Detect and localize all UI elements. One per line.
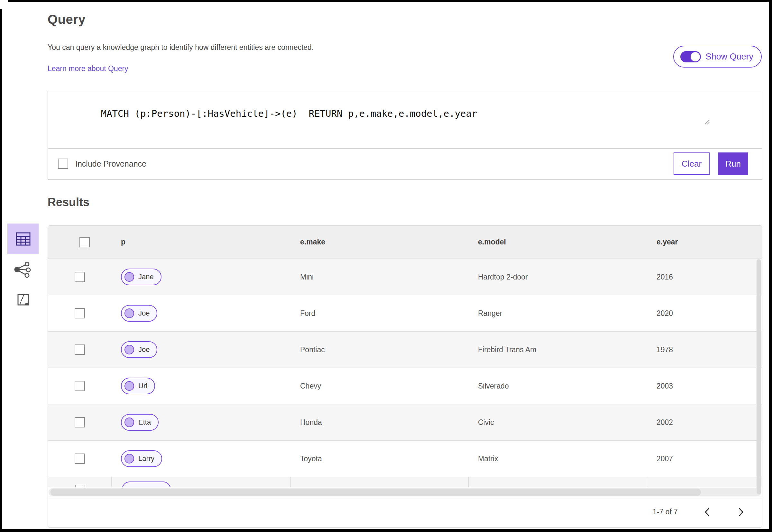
entity-pill[interactable]: Etta xyxy=(121,414,159,431)
entity-pill[interactable]: Jane xyxy=(121,269,161,285)
table-row-partial xyxy=(48,477,762,487)
pagination-bar: 1-7 of 7 xyxy=(48,497,762,527)
query-editor-panel: MATCH (p:Person)-[:HasVehicle]->(e) RETU… xyxy=(48,91,762,179)
cell-year: 1978 xyxy=(647,345,762,354)
column-header-make[interactable]: e.make xyxy=(290,238,468,246)
entity-node-icon xyxy=(124,345,134,354)
row-checkbox[interactable] xyxy=(75,454,85,464)
results-title: Results xyxy=(48,196,89,209)
cell-make: Mini xyxy=(290,273,468,281)
table-row: Uri Chevy Silverado 2003 xyxy=(48,368,762,404)
cell-model: Silverado xyxy=(468,382,647,390)
entity-node-icon xyxy=(124,381,134,391)
include-provenance-label: Include Provenance xyxy=(75,159,146,169)
toggle-switch-icon[interactable] xyxy=(680,51,701,62)
row-checkbox[interactable] xyxy=(75,344,85,355)
screenshot-frame xyxy=(0,9,2,532)
cell-model: Matrix xyxy=(468,454,647,463)
next-page-button[interactable] xyxy=(736,507,746,517)
show-query-toggle[interactable]: Show Query xyxy=(673,46,762,68)
include-provenance-checkbox[interactable] xyxy=(58,159,68,169)
row-checkbox[interactable] xyxy=(75,381,85,391)
table-row: Jane Mini Hardtop 2-door 2016 xyxy=(48,259,762,295)
cell-year: 2016 xyxy=(647,273,762,281)
cell-year: 2020 xyxy=(647,309,762,318)
entity-pill[interactable]: Joe xyxy=(121,305,157,322)
select-all-checkbox[interactable] xyxy=(79,237,90,247)
cell-make: Chevy xyxy=(290,382,468,390)
column-header-model[interactable]: e.model xyxy=(468,238,647,246)
link-chart-view-icon xyxy=(14,261,31,278)
entity-name: Jane xyxy=(138,273,154,281)
entity-pill[interactable]: Joe xyxy=(121,341,157,358)
map-view-icon xyxy=(17,294,29,306)
entity-name: Larry xyxy=(138,454,154,463)
clear-button[interactable]: Clear xyxy=(674,152,710,175)
cell-model: Civic xyxy=(468,418,647,427)
column-header-p[interactable]: p xyxy=(111,238,290,246)
cell-model: Hardtop 2-door xyxy=(468,273,647,281)
previous-page-button[interactable] xyxy=(702,507,712,517)
show-query-label: Show Query xyxy=(705,52,753,62)
resize-grip-icon[interactable] xyxy=(704,97,760,146)
results-table-panel: p e.make e.model e.year Jane Mini Hardto… xyxy=(48,225,762,528)
cell-make: Toyota xyxy=(290,454,468,463)
table-header-row: p e.make e.model e.year xyxy=(48,225,762,259)
table-view-icon xyxy=(16,232,31,246)
table-row: Joe Ford Ranger 2020 xyxy=(48,295,762,332)
column-header-year[interactable]: e.year xyxy=(647,238,762,246)
screenshot-frame xyxy=(769,0,772,532)
link-chart-view-button[interactable] xyxy=(13,260,32,279)
row-checkbox[interactable] xyxy=(75,308,85,318)
chevron-left-icon xyxy=(704,508,710,517)
cell-make: Honda xyxy=(290,418,468,427)
pagination-range-label: 1-7 of 7 xyxy=(653,508,678,516)
run-button[interactable]: Run xyxy=(718,152,748,175)
horizontal-scrollbar xyxy=(48,487,762,497)
entity-name: Joe xyxy=(138,345,150,354)
table-row: Etta Honda Civic 2002 xyxy=(48,404,762,441)
table-row: Larry Toyota Matrix 2007 xyxy=(48,441,762,477)
cell-make: Ford xyxy=(290,309,468,318)
cell-year: 2003 xyxy=(647,382,762,390)
map-view-button[interactable] xyxy=(15,291,32,308)
entity-node-icon xyxy=(124,417,134,427)
scrollbar-track[interactable] xyxy=(49,488,761,496)
row-checkbox[interactable] xyxy=(75,485,85,487)
query-footer: Include Provenance Clear Run xyxy=(48,148,762,179)
entity-node-icon xyxy=(124,454,134,463)
cell-model: Firebird Trans Am xyxy=(468,345,647,354)
row-checkbox[interactable] xyxy=(75,417,85,427)
scrollbar-thumb[interactable] xyxy=(51,489,701,496)
entity-name: Uri xyxy=(138,382,147,390)
entity-node-icon xyxy=(124,308,134,318)
query-description: You can query a knowledge graph to ident… xyxy=(48,43,314,52)
scrollbar-thumb[interactable] xyxy=(757,259,761,494)
entity-pill[interactable]: Larry xyxy=(121,450,162,467)
chevron-right-icon xyxy=(738,508,744,517)
page-title: Query xyxy=(48,12,86,27)
cell-year: 2002 xyxy=(647,418,762,427)
cell-make: Pontiac xyxy=(290,345,468,354)
cell-year: 2007 xyxy=(647,454,762,463)
table-row: Joe Pontiac Firebird Trans Am 1978 xyxy=(48,332,762,368)
query-page: Query You can query a knowledge graph to… xyxy=(0,0,772,532)
table-view-button[interactable] xyxy=(7,224,39,254)
vertical-scrollbar[interactable] xyxy=(756,259,761,494)
entity-name: Joe xyxy=(138,309,150,317)
entity-pill[interactable] xyxy=(122,482,171,487)
entity-pill[interactable]: Uri xyxy=(121,378,155,394)
learn-more-link[interactable]: Learn more about Query xyxy=(48,64,128,73)
row-checkbox[interactable] xyxy=(75,272,85,282)
query-textarea[interactable]: MATCH (p:Person)-[:HasVehicle]->(e) RETU… xyxy=(48,91,762,148)
entity-node-icon xyxy=(124,272,134,282)
query-text: MATCH (p:Person)-[:HasVehicle]->(e) RETU… xyxy=(101,108,477,119)
cell-model: Ranger xyxy=(468,309,647,318)
entity-name: Etta xyxy=(138,418,151,427)
